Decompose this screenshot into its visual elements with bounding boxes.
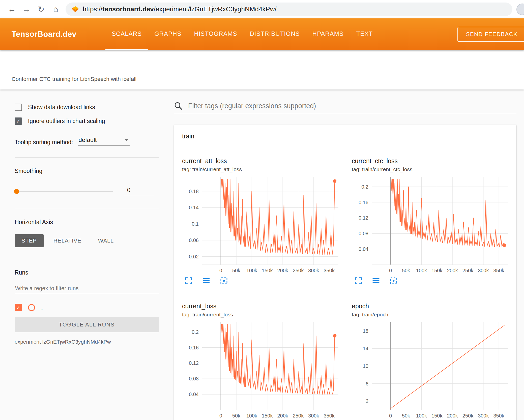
view-data-icon[interactable] xyxy=(202,277,210,285)
tab-scalars[interactable]: SCALARS xyxy=(105,18,148,50)
svg-text:100k: 100k xyxy=(246,268,257,273)
experiment-caption: experiment lzGnETjwRxC3yghNMd4kPw xyxy=(15,339,159,345)
svg-text:200k: 200k xyxy=(447,413,458,418)
chart-title: current_loss xyxy=(182,303,342,310)
show-download-label: Show data download links xyxy=(28,104,95,111)
fit-domain-icon[interactable] xyxy=(220,277,228,285)
svg-text:350k: 350k xyxy=(493,268,504,273)
svg-text:250k: 250k xyxy=(293,413,304,418)
svg-text:0: 0 xyxy=(389,413,392,418)
svg-text:300k: 300k xyxy=(308,268,319,273)
experiment-title: Conformer CTC training for LibriSpeech w… xyxy=(12,76,136,82)
svg-text:0.08: 0.08 xyxy=(359,231,368,236)
svg-text:2: 2 xyxy=(366,398,368,404)
svg-text:50k: 50k xyxy=(232,268,241,273)
svg-text:0: 0 xyxy=(219,413,222,418)
axis-wall-button[interactable]: WALL xyxy=(91,234,121,247)
svg-text:0.14: 0.14 xyxy=(189,205,199,210)
run-checkbox[interactable]: ✓ xyxy=(15,304,22,311)
checkbox-ignore-outliers[interactable]: ✓ xyxy=(15,117,22,125)
horizontal-axis-label: Horizontal Axis xyxy=(15,219,159,226)
svg-text:350k: 350k xyxy=(324,268,335,273)
svg-text:0: 0 xyxy=(389,268,392,273)
back-icon[interactable]: ← xyxy=(5,5,19,14)
chart-current-att-loss: current_att_loss tag: train/current_att_… xyxy=(182,157,342,285)
svg-text:100k: 100k xyxy=(416,268,427,273)
chart-tag: tag: train/epoch xyxy=(352,312,511,318)
url-bar[interactable]: https://tensorboard.dev/experiment/lzGnE… xyxy=(66,3,512,16)
nav-tabs: SCALARS GRAPHS HISTOGRAMS DISTRIBUTIONS … xyxy=(105,18,379,50)
chart-title: current_att_loss xyxy=(182,157,342,165)
chart-canvas[interactable]: 26101418050k100k150k200k250k300k350k xyxy=(352,319,511,420)
browser-chrome: ← → ↻ ⌂ https://tensorboard.dev/experime… xyxy=(0,0,524,18)
fullscreen-icon[interactable] xyxy=(185,277,193,285)
axis-step-button[interactable]: STEP xyxy=(15,234,44,247)
reload-icon[interactable]: ↻ xyxy=(34,5,48,14)
runs-label: Runs xyxy=(15,269,159,276)
svg-text:200k: 200k xyxy=(447,268,458,273)
filter-tags-input[interactable] xyxy=(188,102,516,110)
toggle-all-runs-button[interactable]: TOGGLE ALL RUNS xyxy=(15,317,159,332)
chart-title: epoch xyxy=(352,303,511,310)
svg-text:150k: 150k xyxy=(262,268,273,273)
chart-actions xyxy=(352,277,511,285)
svg-text:200k: 200k xyxy=(277,413,288,418)
svg-text:350k: 350k xyxy=(493,413,504,418)
view-data-icon[interactable] xyxy=(372,277,380,285)
smoothing-slider[interactable] xyxy=(15,191,113,192)
tooltip-sorting-value: default xyxy=(78,136,97,143)
smoothing-value[interactable]: 0 xyxy=(124,187,154,196)
svg-text:0.08: 0.08 xyxy=(189,376,199,381)
chart-tag: tag: train/current_att_loss xyxy=(182,166,342,172)
chart-canvas[interactable]: 0.020.060.10.140.18050k100k150k200k250k3… xyxy=(182,174,342,276)
runs-filter-input[interactable] xyxy=(15,283,159,294)
forward-icon[interactable]: → xyxy=(19,5,34,14)
run-name: . xyxy=(41,304,43,311)
checkbox-show-download[interactable]: ✓ xyxy=(15,104,22,111)
tab-hparams[interactable]: HPARAMS xyxy=(306,18,350,50)
svg-text:0.18: 0.18 xyxy=(189,189,199,194)
scalars-main: train current_att_loss tag: train/curren… xyxy=(164,89,524,420)
check-icon: ✓ xyxy=(16,104,21,110)
svg-text:0.12: 0.12 xyxy=(189,360,199,366)
tooltip-sorting-select[interactable]: default xyxy=(78,136,130,146)
avatar[interactable] xyxy=(516,4,524,15)
svg-text:6: 6 xyxy=(366,381,368,386)
filter-tags-row xyxy=(174,102,516,114)
ignore-outliers-label: Ignore outliers in chart scaling xyxy=(28,118,105,125)
check-icon: ✓ xyxy=(16,118,21,124)
svg-text:100k: 100k xyxy=(246,413,257,418)
fullscreen-icon[interactable] xyxy=(354,277,362,285)
svg-text:100k: 100k xyxy=(416,413,427,418)
run-isolate-icon[interactable] xyxy=(28,304,35,311)
svg-text:0: 0 xyxy=(219,268,222,273)
tooltip-sorting-label: Tooltip sorting method: xyxy=(15,139,73,146)
tab-graphs[interactable]: GRAPHS xyxy=(148,18,188,50)
divider xyxy=(15,157,159,158)
tensorboard-favicon-icon xyxy=(72,6,79,13)
axis-relative-button[interactable]: RELATIVE xyxy=(47,234,88,247)
brand[interactable]: TensorBoard.dev xyxy=(12,30,76,39)
svg-text:0.2: 0.2 xyxy=(361,184,368,190)
svg-text:0.2: 0.2 xyxy=(192,329,199,335)
svg-text:0.16: 0.16 xyxy=(359,200,368,205)
svg-text:14: 14 xyxy=(363,346,368,351)
tab-text[interactable]: TEXT xyxy=(350,18,379,50)
smoothing-slider-thumb[interactable] xyxy=(14,189,19,194)
svg-text:150k: 150k xyxy=(431,413,443,418)
tab-histograms[interactable]: HISTOGRAMS xyxy=(188,18,244,50)
chart-canvas[interactable]: 0.040.080.120.160.2050k100k150k200k250k3… xyxy=(182,319,342,420)
chart-epoch: epoch tag: train/epoch 26101418050k100k1… xyxy=(352,303,511,420)
chart-actions xyxy=(182,277,342,285)
chart-title: current_ctc_loss xyxy=(352,157,511,165)
svg-text:250k: 250k xyxy=(462,268,474,273)
send-feedback-button[interactable]: SEND FEEDBACK xyxy=(457,27,524,42)
chart-canvas[interactable]: 0.040.080.120.160.2050k100k150k200k250k3… xyxy=(352,174,511,276)
tab-distributions[interactable]: DISTRIBUTIONS xyxy=(243,18,306,50)
group-header[interactable]: train xyxy=(174,125,516,146)
chart-current-ctc-loss: current_ctc_loss tag: train/current_ctc_… xyxy=(352,157,511,285)
home-icon[interactable]: ⌂ xyxy=(48,5,63,14)
svg-text:50k: 50k xyxy=(232,413,241,418)
svg-text:250k: 250k xyxy=(293,268,304,273)
fit-domain-icon[interactable] xyxy=(390,277,398,285)
